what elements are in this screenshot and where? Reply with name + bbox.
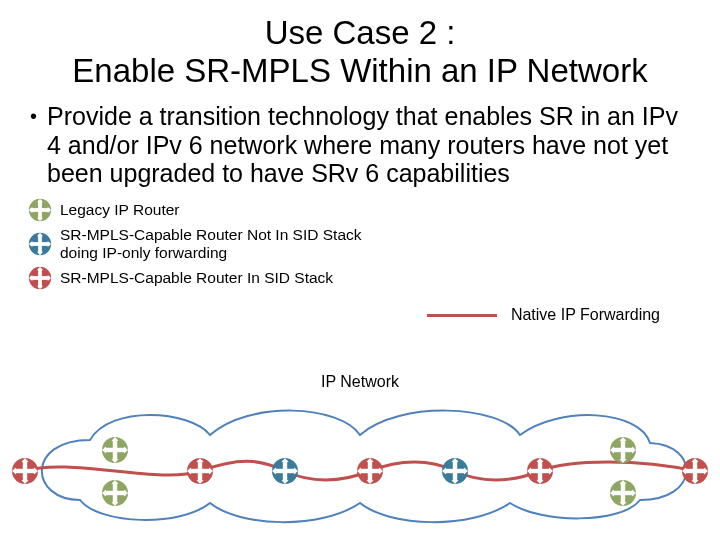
legend-block: Legacy IP Router SR-MPLS-Capable Router … — [28, 198, 692, 290]
router-node-icon — [442, 458, 468, 484]
legend-in-sid-label: SR-MPLS-Capable Router In SID Stack — [60, 269, 333, 287]
legend-not-in-sid: SR-MPLS-Capable Router Not In SID Stack … — [28, 226, 692, 262]
slide-title: Use Case 2 : Enable SR-MPLS Within an IP… — [28, 14, 692, 90]
router-node-icon — [272, 458, 298, 484]
legend-native-ip-label: Native IP Forwarding — [511, 306, 660, 324]
slide-root: Use Case 2 : Enable SR-MPLS Within an IP… — [0, 0, 720, 540]
router-node-icon — [102, 480, 128, 506]
title-line-1: Use Case 2 : — [265, 14, 456, 51]
native-ip-line-icon — [427, 314, 497, 317]
router-node-icon — [357, 458, 383, 484]
network-diagram: IP Network — [0, 385, 720, 535]
legend-in-sid: SR-MPLS-Capable Router In SID Stack — [28, 266, 692, 290]
router-icon — [28, 266, 52, 290]
legend-legacy-label: Legacy IP Router — [60, 201, 179, 219]
router-node-icon — [12, 458, 38, 484]
router-node-icon — [610, 480, 636, 506]
legend-native-ip: Native IP Forwarding — [427, 306, 660, 324]
router-node-icon — [527, 458, 553, 484]
cloud-svg — [0, 385, 720, 535]
router-icon — [28, 232, 52, 256]
router-node-icon — [682, 458, 708, 484]
bullet-dot-icon: • — [30, 102, 37, 130]
legend-not-in-sid-label: SR-MPLS-Capable Router Not In SID Stack … — [60, 226, 370, 262]
router-node-icon — [610, 437, 636, 463]
router-icon — [28, 198, 52, 222]
router-node-icon — [187, 458, 213, 484]
cloud-label: IP Network — [0, 373, 720, 391]
legend-legacy: Legacy IP Router — [28, 198, 692, 222]
bullet-item: • Provide a transition technology that e… — [28, 102, 692, 188]
router-node-icon — [102, 437, 128, 463]
title-line-2: Enable SR-MPLS Within an IP Network — [72, 52, 647, 89]
bullet-text: Provide a transition technology that ena… — [47, 102, 692, 188]
